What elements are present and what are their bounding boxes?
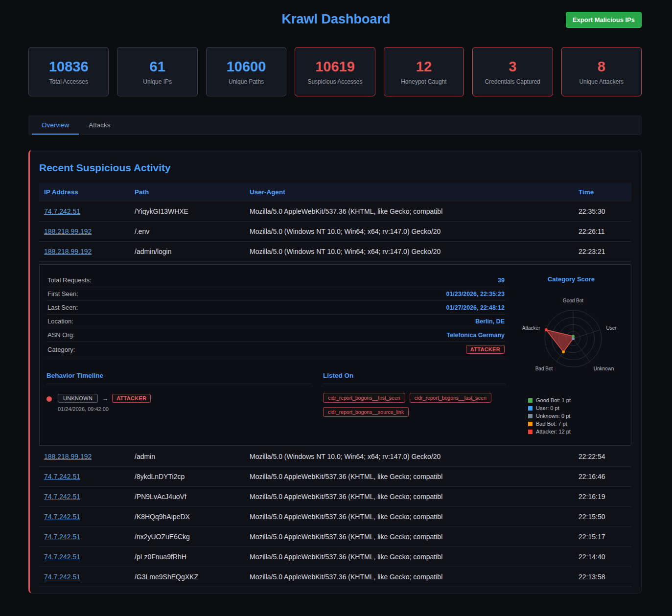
stat-label: Honeypot Caught	[401, 78, 446, 85]
category-score-chart-area: Category Score Good BotUserUnknownBad Bo…	[518, 274, 624, 436]
behavior-timeline-heading: Behavior Timeline	[46, 372, 311, 384]
detail-field-first-seen: First Seen: 01/23/2026, 22:35:23	[46, 287, 506, 301]
stat-card-honeypot-caught: 12 Honeypot Caught	[384, 47, 464, 96]
field-value: Berlin, DE	[475, 318, 505, 325]
legend-swatch	[528, 422, 533, 426]
stat-value: 3	[509, 59, 516, 75]
ua-cell: Mozilla/5.0 AppleWebKit/537.36 (KHTML, l…	[245, 527, 574, 547]
ip-link[interactable]: 188.218.99.192	[44, 248, 92, 255]
radar-axis-label: Attacker	[522, 325, 540, 331]
stat-value: 8	[598, 59, 605, 75]
ip-cell: 74.7.242.51	[39, 567, 130, 587]
table-row[interactable]: 74.7.242.51 /pLz0Fnua9fRhH Mozilla/5.0 A…	[39, 547, 631, 567]
stat-card-unique-attackers: 8 Unique Attackers	[561, 47, 642, 96]
stat-label: Unique Attackers	[579, 78, 624, 85]
path-cell: /8ykdLnDYTi2cp	[130, 467, 245, 487]
tab-overview[interactable]: Overview	[32, 116, 79, 135]
ip-link[interactable]: 74.7.242.51	[44, 553, 80, 561]
ip-link[interactable]: 188.218.99.192	[44, 228, 92, 235]
blocklist-badge[interactable]: cidr_report_bogons__source_link	[323, 407, 409, 417]
detail-sections: Behavior Timeline UNKNOWN → ATTACKER 01/…	[46, 372, 506, 417]
table-row[interactable]: 74.7.242.51 /YiqykGI13WHXE Mozilla/5.0 A…	[39, 202, 631, 222]
ip-cell: 188.218.99.192	[39, 447, 130, 467]
stat-label: Unique IPs	[143, 78, 172, 85]
stat-value: 61	[150, 59, 165, 75]
field-label: Category:	[47, 346, 75, 353]
field-value: 01/23/2026, 22:35:23	[446, 291, 505, 297]
radar-chart-title: Category Score	[518, 275, 624, 283]
time-cell: 22:15:50	[574, 507, 631, 527]
field-label: First Seen:	[47, 290, 78, 297]
table-row[interactable]: 74.7.242.51 /PN9LvAcJ4uoVf Mozilla/5.0 A…	[39, 487, 631, 507]
field-label: ASN Org:	[47, 331, 75, 339]
stat-card-total-accesses: 10836 Total Accesses	[28, 47, 109, 96]
ip-cell: 74.7.242.51	[39, 487, 130, 507]
ip-link[interactable]: 74.7.242.51	[44, 573, 80, 581]
stat-value: 10619	[315, 59, 355, 75]
ip-cell: 74.7.242.51	[39, 202, 130, 222]
ip-link[interactable]: 188.218.99.192	[44, 453, 92, 460]
field-value: 39	[498, 277, 505, 284]
detail-field-category: Category: ATTACKER	[46, 342, 506, 357]
radar-axis-label: User	[606, 325, 617, 331]
blocklist-badge[interactable]: cidr_report_bogons__last_seen	[410, 393, 491, 403]
field-value: Telefonica Germany	[446, 332, 505, 339]
time-cell: 22:15:17	[574, 527, 631, 547]
legend-swatch	[528, 430, 533, 434]
timeline-timestamp: 01/24/2026, 09:42:00	[58, 406, 151, 412]
table-row[interactable]: 74.7.242.51 /8ykdLnDYTi2cp Mozilla/5.0 A…	[39, 467, 631, 487]
path-cell: /.env	[130, 222, 245, 242]
time-cell: 22:23:21	[574, 242, 631, 262]
table-row[interactable]: 74.7.242.51 /nx2yUOZuE6Ckg Mozilla/5.0 A…	[39, 527, 631, 547]
ip-link[interactable]: 74.7.242.51	[44, 207, 80, 215]
table-row[interactable]: 188.218.99.192 /admin Mozilla/5.0 (Windo…	[39, 447, 631, 467]
path-cell: /K8HQq9hAipeDX	[130, 507, 245, 527]
legend-item: Unknown: 0 pt	[528, 413, 624, 419]
ip-cell: 74.7.242.51	[39, 507, 130, 527]
app-header: Krawl Dashboard Export Malicious IPs	[0, 0, 672, 35]
ua-cell: Mozilla/5.0 AppleWebKit/537.36 (KHTML, l…	[245, 507, 574, 527]
ip-link[interactable]: 74.7.242.51	[44, 513, 80, 521]
timeline-transition: UNKNOWN → ATTACKER	[58, 394, 151, 403]
table-row[interactable]: 188.218.99.192 /.env Mozilla/5.0 (Window…	[39, 222, 631, 242]
col-header-user-agent: User-Agent	[245, 183, 574, 202]
blocklist-badge[interactable]: cidr_report_bogons__first_seen	[323, 393, 405, 403]
legend-swatch	[528, 398, 533, 403]
path-cell: /nx2yUOZuE6Ckg	[130, 527, 245, 547]
detail-field-location: Location: Berlin, DE	[46, 315, 506, 328]
field-label: Last Seen:	[47, 304, 78, 311]
stat-label: Suspicious Accesses	[307, 78, 362, 85]
radar-axis-label: Bad Bot	[535, 366, 553, 371]
table-row[interactable]: 74.7.242.51 /K8HQq9hAipeDX Mozilla/5.0 A…	[39, 507, 631, 527]
path-cell: /admin/login	[130, 242, 245, 262]
radar-vertex-dot	[545, 328, 548, 331]
radar-spoke	[573, 330, 600, 339]
table-row[interactable]: 188.218.99.192 /admin/login Mozilla/5.0 …	[39, 242, 631, 262]
export-malicious-ips-button[interactable]: Export Malicious IPs	[566, 12, 642, 28]
ip-cell: 74.7.242.51	[39, 527, 130, 547]
radar-axis-label: Good Bot	[563, 298, 583, 303]
stat-card-suspicious-accesses: 10619 Suspicious Accesses	[295, 47, 375, 96]
tabs-bar: Overview Attacks	[28, 115, 642, 135]
time-cell: 22:35:30	[574, 202, 631, 222]
path-cell: /YiqykGI13WHXE	[130, 202, 245, 222]
category-attacker-badge: ATTACKER	[466, 345, 505, 354]
stat-label: Unique Paths	[229, 78, 264, 85]
time-cell: 22:13:58	[574, 567, 631, 587]
time-cell: 22:16:19	[574, 487, 631, 507]
ip-link[interactable]: 74.7.242.51	[44, 493, 80, 501]
legend-item: Attacker: 12 pt	[528, 429, 624, 434]
table-row[interactable]: 74.7.242.51 /G3Lme9ShEQgXKZ Mozilla/5.0 …	[39, 567, 631, 587]
radar-chart: Good BotUserUnknownBad BotAttacker	[518, 284, 624, 393]
field-label: Location:	[47, 318, 73, 325]
stat-label: Total Accesses	[49, 78, 88, 85]
ua-cell: Mozilla/5.0 AppleWebKit/537.36 (KHTML, l…	[245, 467, 574, 487]
listed-on-badges: cidr_report_bogons__first_seen cidr_repo…	[323, 393, 506, 417]
ua-cell: Mozilla/5.0 AppleWebKit/537.36 (KHTML, l…	[245, 547, 574, 567]
ip-link[interactable]: 74.7.242.51	[44, 533, 80, 541]
suspicious-activity-table-continued: 188.218.99.192 /admin Mozilla/5.0 (Windo…	[39, 447, 631, 587]
tab-attacks[interactable]: Attacks	[79, 116, 120, 135]
legend-swatch	[528, 406, 533, 411]
radar-axis-label: Unknown	[594, 366, 614, 371]
ip-link[interactable]: 74.7.242.51	[44, 473, 80, 480]
